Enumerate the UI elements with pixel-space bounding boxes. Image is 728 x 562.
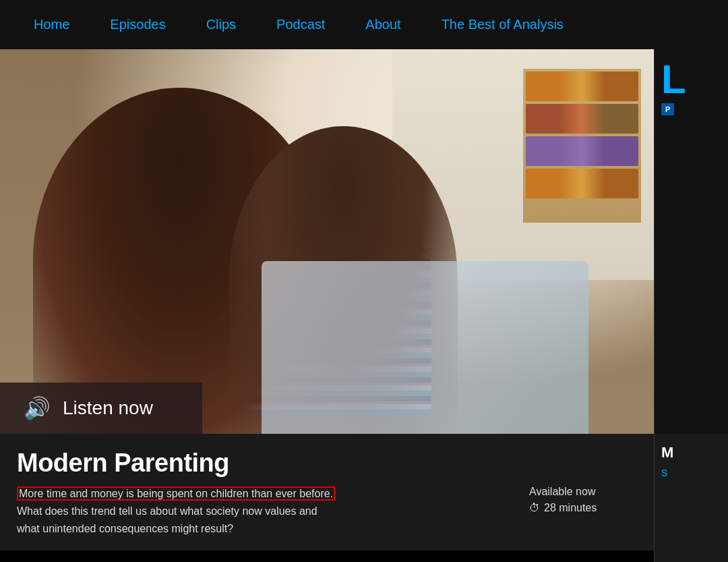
right-panel-letter: L bbox=[655, 49, 728, 103]
nav-item-clips[interactable]: Clips bbox=[186, 0, 256, 49]
available-now-label: Available now bbox=[529, 486, 595, 498]
description-line3: what unintended consequences might resul… bbox=[17, 521, 502, 537]
description-line1: More time and money is being spent on ch… bbox=[17, 486, 502, 502]
episode-info: Modern Parenting More time and money is … bbox=[0, 434, 654, 551]
right-panel-badge: P bbox=[661, 103, 674, 115]
speaker-icon: 🔊 bbox=[24, 397, 51, 419]
episode-description: More time and money is being spent on ch… bbox=[17, 486, 502, 537]
description-line1-highlighted: More time and money is being spent on ch… bbox=[17, 486, 335, 501]
book-row-4 bbox=[526, 169, 638, 198]
right-panel-link[interactable]: S bbox=[661, 468, 667, 478]
nav-item-episodes[interactable]: Episodes bbox=[90, 0, 185, 49]
nav-item-podcast[interactable]: Podcast bbox=[256, 0, 345, 49]
book-row-3 bbox=[526, 136, 638, 166]
episode-meta: Available now ⏱ 28 minutes bbox=[529, 486, 637, 514]
nav-item-best-of-analysis[interactable]: The Best of Analysis bbox=[421, 0, 584, 49]
nav-item-home[interactable]: Home bbox=[13, 0, 90, 49]
right-panel-top: L P bbox=[655, 49, 728, 434]
main-content: 🔊 Listen now Modern Parenting More time … bbox=[0, 49, 728, 562]
navbar: Home Episodes Clips Podcast About The Be… bbox=[0, 0, 728, 49]
hero-image: 🔊 Listen now bbox=[0, 49, 654, 434]
right-panel-bottom: M S bbox=[655, 434, 728, 489]
book-row-1 bbox=[526, 72, 638, 101]
nav-item-about[interactable]: About bbox=[345, 0, 421, 49]
left-panel: 🔊 Listen now Modern Parenting More time … bbox=[0, 49, 654, 562]
description-line2: What does this trend tell us about what … bbox=[17, 503, 502, 519]
nav-menu: Home Episodes Clips Podcast About The Be… bbox=[13, 0, 584, 49]
clock-icon: ⏱ bbox=[529, 502, 540, 514]
duration-label: ⏱ 28 minutes bbox=[529, 502, 597, 514]
right-panel: L P M S bbox=[654, 49, 728, 562]
hero-image-inner bbox=[0, 49, 654, 434]
bg-bookshelf bbox=[523, 69, 641, 223]
listen-now-label: Listen now bbox=[63, 397, 153, 419]
book-row-2 bbox=[526, 104, 638, 134]
episode-title: Modern Parenting bbox=[17, 449, 637, 478]
laptop bbox=[262, 261, 588, 434]
right-panel-title: M bbox=[661, 444, 721, 461]
listen-now-overlay[interactable]: 🔊 Listen now bbox=[0, 383, 202, 434]
duration-value: 28 minutes bbox=[544, 502, 597, 514]
episode-details-row: More time and money is being spent on ch… bbox=[17, 486, 637, 537]
